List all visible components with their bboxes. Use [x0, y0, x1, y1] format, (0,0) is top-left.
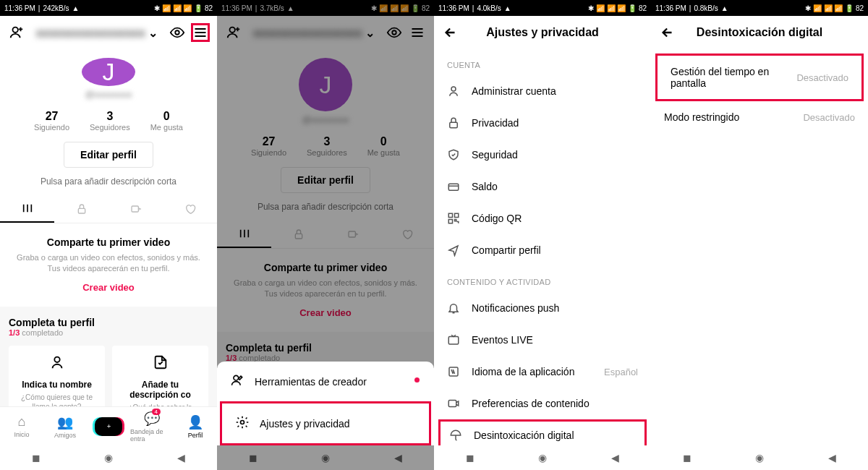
svg-rect-14 — [448, 213, 452, 217]
stat-following[interactable]: 27Siguiendo — [34, 110, 69, 132]
gear-icon — [235, 415, 250, 432]
row-manage-account[interactable]: Administrar cuenta — [434, 75, 651, 107]
row-language[interactable]: Idioma de la aplicaciónEspañol — [434, 356, 651, 388]
sys-home-icon[interactable]: ◉ — [104, 452, 113, 463]
card-name: Indica tu nombre ¿Cómo quieres que te ll… — [9, 346, 105, 406]
svg-rect-13 — [448, 184, 459, 190]
svg-rect-15 — [455, 213, 459, 217]
add-bio[interactable]: Pulsa para añadir descripción corta — [0, 176, 217, 187]
qr-icon — [447, 212, 460, 225]
settings-header: Ajustes y privacidad — [434, 16, 651, 49]
page-title: Ajustes y privacidad — [460, 26, 625, 39]
svg-rect-12 — [450, 122, 458, 128]
create-video-link[interactable]: Crear video — [82, 282, 135, 293]
umbrella-icon — [449, 429, 462, 442]
add-friend-icon[interactable] — [7, 23, 26, 42]
stat-followers[interactable]: 3Seguidores — [90, 110, 130, 132]
status-value: Desactivado — [796, 72, 848, 83]
empty-subtitle: Graba o carga un video con efectos, soni… — [10, 252, 207, 275]
note-icon — [119, 354, 201, 374]
row-live[interactable]: Eventos LIVE — [434, 324, 651, 356]
home-icon: ⌂ — [18, 414, 26, 430]
detox-header: Desintoxicación digital — [651, 16, 868, 49]
empty-title: Comparte tu primer video — [10, 236, 207, 248]
bottom-sheet: Herramientas de creador Ajustes y privac… — [217, 362, 434, 445]
person-icon — [16, 354, 98, 374]
svg-rect-17 — [448, 337, 459, 345]
row-privacy[interactable]: Privacidad — [434, 107, 651, 139]
status-bar: 11:36 PM | 0.8kB/s ▲ ✱ 📶 📶 📶 🔋 82 — [651, 0, 868, 16]
android-nav: ◼◉◀ — [0, 445, 217, 470]
profile-header: xxxxxxxxxxxxxxxxx ⌄ — [0, 16, 217, 49]
empty-state: Comparte tu primer video Graba o carga u… — [0, 223, 217, 307]
row-balance[interactable]: Saldo — [434, 171, 651, 202]
sys-recent-icon[interactable]: ◼ — [32, 452, 41, 463]
row-share-profile
[interactable]: Compartir perfil — [434, 234, 651, 266]
page-title: Desintoxicación digital — [677, 26, 842, 39]
person-icon — [447, 85, 460, 98]
shield-icon — [447, 148, 460, 161]
row-digital-wellbeing[interactable]: Desintoxicación digital — [438, 419, 647, 445]
svg-rect-2 — [78, 208, 85, 213]
stats-row: 27Siguiendo 3Seguidores 0Me gusta — [0, 110, 217, 132]
friends-icon: 👥 — [57, 414, 73, 430]
username-blur[interactable]: xxxxxxxxxxxxxxxxx — [36, 27, 145, 39]
panel-settings: 11:36 PM | 4.0kB/s ▲ ✱ 📶 📶 📶 🔋 82 Ajuste… — [434, 0, 651, 470]
panel-digital-wellbeing: 11:36 PM | 0.8kB/s ▲ ✱ 📶 📶 📶 🔋 82 Desint… — [651, 0, 868, 470]
video-icon — [447, 397, 460, 410]
svg-point-9 — [234, 375, 239, 380]
svg-rect-19 — [448, 401, 456, 407]
notification-dot — [414, 377, 420, 383]
sheet-creator-tools[interactable]: Herramientas de creador — [217, 362, 434, 401]
stat-likes[interactable]: 0Me gusta — [150, 110, 183, 132]
tab-reposts[interactable] — [109, 195, 163, 223]
tab-grid[interactable] — [0, 195, 54, 223]
svg-rect-3 — [132, 206, 138, 212]
bottom-nav: ⌂Inicio 👥Amigos ＋ 💬4Bandeja de entra 👤Pe… — [0, 406, 217, 445]
content-tabs — [0, 195, 217, 223]
inbox-badge: 4 — [152, 409, 161, 415]
tab-private[interactable] — [54, 195, 109, 223]
row-qr[interactable]: Código QR — [434, 202, 651, 234]
sys-back-icon[interactable]: ◀ — [177, 452, 185, 463]
status-bar: 11:36 PM | 4.0kB/s ▲ ✱ 📶 📶 📶 🔋 82 — [434, 0, 651, 16]
svg-point-0 — [13, 27, 18, 33]
profile-icon: 👤 — [187, 414, 203, 430]
nav-profile[interactable]: 👤Perfil — [174, 407, 217, 445]
wallet-icon — [447, 180, 460, 193]
card-bio: Añade tu descripción co ¿Qué debe saber … — [112, 346, 208, 406]
back-icon[interactable] — [658, 23, 677, 42]
language-icon — [447, 365, 460, 378]
eye-icon[interactable] — [168, 23, 187, 42]
avatar[interactable]: J — [82, 58, 135, 86]
section-account: CUENTA — [434, 49, 651, 75]
creator-icon — [230, 373, 244, 390]
row-security[interactable]: Seguridad — [434, 139, 651, 171]
handle[interactable]: @xxxxxxxx — [0, 89, 217, 100]
android-nav: ◼◉◀ — [434, 445, 651, 470]
hamburger-menu-icon[interactable] — [191, 23, 210, 42]
bell-icon — [447, 302, 460, 315]
nav-friends[interactable]: 👥Amigos — [43, 407, 87, 445]
live-icon — [447, 333, 460, 346]
nav-inbox[interactable]: 💬4Bandeja de entra — [130, 407, 174, 445]
svg-point-4 — [54, 356, 59, 362]
back-icon[interactable] — [441, 23, 460, 42]
tab-liked[interactable] — [163, 195, 217, 223]
complete-title: Completa tu perfil — [9, 317, 208, 328]
panel-profile-sheet: 11:36 PM | 3.7kB/s ▲ ✱ 📶 📶 📶 🔋 82 xxxxxx… — [217, 0, 434, 470]
svg-point-1 — [175, 30, 179, 35]
edit-profile-button[interactable]: Editar perfil — [64, 142, 153, 168]
lock-icon — [447, 116, 460, 129]
row-screen-time[interactable]: Gestión del tiempo en pantalla Desactiva… — [655, 54, 864, 101]
sheet-settings-privacy[interactable]: Ajustes y privacidad — [220, 401, 431, 445]
svg-point-11 — [451, 87, 456, 91]
row-content-prefs[interactable]: Preferencias de contenido — [434, 388, 651, 419]
nav-create[interactable]: ＋ — [87, 407, 130, 445]
panel-profile: 11:36 PM | 242kB/s ▲ ✱ 📶 📶 📶 🔋 82 xxxxxx… — [0, 0, 217, 470]
svg-rect-16 — [448, 220, 452, 223]
android-nav: ◼◉◀ — [651, 445, 868, 470]
row-restricted-mode[interactable]: Modo restringido Desactivado — [651, 101, 868, 133]
nav-home[interactable]: ⌂Inicio — [0, 407, 43, 445]
row-push[interactable]: Notificaciones push — [434, 292, 651, 324]
